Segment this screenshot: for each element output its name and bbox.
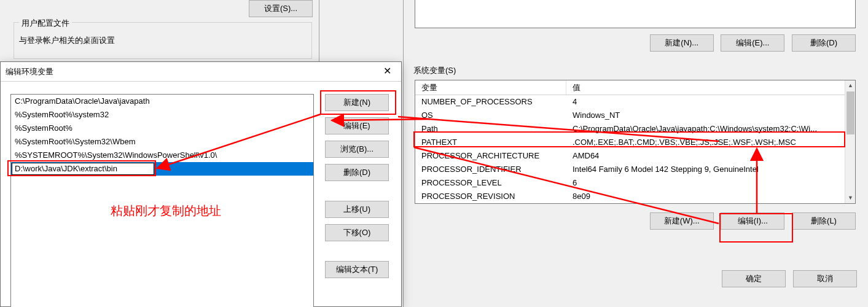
var-name: PROCESSOR_LEVEL: [415, 176, 566, 190]
table-row[interactable]: PROCESSOR_LEVEL6: [415, 176, 855, 190]
sys-new-button[interactable]: 新建(W)...: [650, 212, 714, 230]
user-new-button[interactable]: 新建(N)...: [650, 34, 714, 52]
ok-button[interactable]: 确定: [722, 270, 786, 287]
var-name: PROCESSOR_REVISION: [415, 190, 566, 203]
scrollbar[interactable]: ▲ ▼: [845, 80, 855, 203]
sys-edit-button[interactable]: 编辑(I)...: [721, 212, 784, 230]
var-name: PATHEXT: [415, 136, 566, 149]
path-entry[interactable]: %SYSTEMROOT%\System32\WindowsPowerShell\…: [11, 149, 313, 162]
user-profile-title: 用户配置文件: [19, 18, 72, 29]
system-variables-label: 系统变量(S): [413, 65, 858, 76]
user-edit-button[interactable]: 编辑(E)...: [721, 34, 784, 52]
delete-entry-button[interactable]: 删除(D): [325, 164, 389, 181]
dialog-titlebar[interactable]: 编辑环境变量 ✕: [1, 62, 401, 82]
cancel-button[interactable]: 取消: [793, 270, 857, 287]
var-value: 4: [566, 95, 855, 109]
table-row[interactable]: PROCESSOR_ARCHITECTUREAMD64: [415, 149, 855, 163]
path-entry-input[interactable]: [12, 163, 154, 175]
var-value: Intel64 Family 6 Model 142 Stepping 9, G…: [566, 163, 855, 176]
edit-env-variable-dialog: 编辑环境变量 ✕ C:\ProgramData\Oracle\Java\java…: [0, 61, 402, 307]
path-entry[interactable]: %SystemRoot%: [11, 122, 313, 135]
path-entries-list[interactable]: C:\ProgramData\Oracle\Java\javapath%Syst…: [10, 94, 314, 307]
path-entry[interactable]: %SystemRoot%\System32\Wbem: [11, 135, 313, 149]
path-entry[interactable]: %SystemRoot%\system32: [11, 108, 313, 122]
col-value[interactable]: 值: [566, 80, 855, 95]
close-button[interactable]: ✕: [373, 62, 401, 81]
var-name: Path: [415, 122, 566, 136]
browse-entry-button[interactable]: 浏览(B)...: [325, 141, 389, 158]
var-value: 6: [566, 176, 855, 190]
scroll-down-icon[interactable]: ▼: [845, 193, 856, 203]
var-name: OS: [415, 109, 566, 122]
scroll-thumb[interactable]: [846, 91, 854, 134]
close-icon: ✕: [383, 66, 391, 76]
env-variables-dialog: 新建(N)... 编辑(E)... 删除(D) 系统变量(S) 变量 值 NUM…: [403, 0, 868, 307]
user-profile-desc: 与登录帐户相关的桌面设置: [19, 35, 307, 46]
edit-text-button[interactable]: 编辑文本(T): [325, 261, 389, 278]
col-variable[interactable]: 变量: [415, 80, 566, 95]
var-name: PROCESSOR_ARCHITECTURE: [415, 149, 566, 163]
move-up-button[interactable]: 上移(U): [325, 201, 389, 218]
var-value: AMD64: [566, 149, 855, 163]
var-value: 8e09: [566, 190, 855, 203]
settings-button[interactable]: 设置(S)...: [249, 0, 313, 17]
var-value: C:\ProgramData\Oracle\Java\javapath;C:\W…: [566, 122, 855, 136]
system-properties-panel: 设置(S)... 用户配置文件 与登录帐户相关的桌面设置: [0, 0, 319, 61]
table-row[interactable]: PROCESSOR_REVISION8e09: [415, 190, 855, 203]
table-row[interactable]: OSWindows_NT: [415, 109, 855, 122]
move-down-button[interactable]: 下移(O): [325, 224, 389, 241]
user-variables-table[interactable]: [415, 0, 856, 28]
table-row[interactable]: PROCESSOR_IDENTIFIERIntel64 Family 6 Mod…: [415, 163, 855, 176]
user-delete-button[interactable]: 删除(D): [792, 34, 856, 52]
user-profile-group: 用户配置文件 与登录帐户相关的桌面设置: [14, 22, 312, 59]
var-value: Windows_NT: [566, 109, 855, 122]
table-row[interactable]: PATHEXT.COM;.EXE;.BAT;.CMD;.VBS;.VBE;.JS…: [415, 136, 855, 149]
scroll-up-icon[interactable]: ▲: [845, 80, 856, 91]
path-entry[interactable]: C:\ProgramData\Oracle\Java\javapath: [11, 95, 313, 108]
var-name: PROCESSOR_IDENTIFIER: [415, 163, 566, 176]
dialog-title: 编辑环境变量: [6, 67, 53, 76]
path-entry-editing[interactable]: [11, 162, 313, 176]
table-row[interactable]: NUMBER_OF_PROCESSORS4: [415, 95, 855, 109]
sys-delete-button[interactable]: 删除(L): [792, 212, 856, 230]
edit-entry-button[interactable]: 编辑(E): [325, 117, 389, 134]
var-name: NUMBER_OF_PROCESSORS: [415, 95, 566, 109]
system-variables-table[interactable]: 变量 值 NUMBER_OF_PROCESSORS4OSWindows_NTPa…: [415, 80, 856, 204]
var-value: .COM;.EXE;.BAT;.CMD;.VBS;.VBE;.JS;.JSE;.…: [566, 136, 855, 149]
new-entry-button[interactable]: 新建(N): [325, 94, 389, 111]
table-row[interactable]: PathC:\ProgramData\Oracle\Java\javapath;…: [415, 122, 855, 136]
